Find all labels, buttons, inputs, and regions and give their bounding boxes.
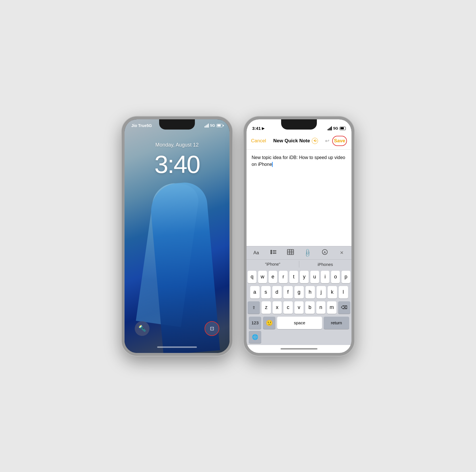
attach-icon: 📎 [303,248,313,258]
right-signal-type: 5G [333,126,338,130]
key-q[interactable]: q [248,271,256,283]
bar1 [205,126,205,128]
notes-screen: 3:41 ▶ 5G Cancel New Quick Note [247,119,351,353]
key-p[interactable]: p [342,271,350,283]
key-g[interactable]: g [294,286,304,299]
rbar2 [329,128,330,130]
close-keyboard-button[interactable]: ✕ [337,249,347,257]
key-globe[interactable]: 🌐 [249,331,261,343]
text-cursor [272,162,273,167]
key-w[interactable]: w [258,271,267,283]
key-emoji[interactable]: 🙂 [263,317,275,329]
right-battery [340,127,346,130]
key-b[interactable]: b [305,301,314,314]
key-v[interactable]: v [294,301,304,314]
rbar3 [330,127,331,130]
key-d[interactable]: d [272,286,282,299]
key-a[interactable]: a [250,286,260,299]
autocorrect-text-2: iPhones [318,262,333,267]
attach-button[interactable]: 📎 [302,249,313,257]
nav-title: New Quick Note ⟲ [273,138,318,144]
autocorrect-text-1: "iPhone" [265,262,280,266]
key-s[interactable]: s [261,286,271,299]
key-delete[interactable]: ⌫ [338,301,350,314]
lock-screen: Jio True5G 5G Monday, August 12 3:40 [125,119,229,353]
key-z[interactable]: z [262,301,271,314]
svg-point-0 [271,250,272,251]
keyboard-toolbar: Aa [247,246,351,259]
table-button[interactable] [285,249,296,257]
notes-status-bar: 3:41 ▶ 5G [247,119,351,134]
rbar1 [328,129,328,130]
shift-icon: ⇧ [252,305,256,310]
autocorrect-bar: "iPhone" iPhones [247,259,351,269]
notes-nav: Cancel New Quick Note ⟲ ↩ Save [247,134,351,150]
key-t[interactable]: t [289,271,298,283]
bar4 [208,124,209,128]
format-icon: Aa [253,250,259,255]
key-f[interactable]: f [283,286,293,299]
time-text: 3:41 [252,126,261,131]
autocorrect-item-2[interactable]: iPhones [299,261,352,268]
carrier-text: Jio True5G [131,123,152,128]
key-o[interactable]: o [331,271,340,283]
key-y[interactable]: y [300,271,309,283]
battery-icon [216,124,223,127]
bar2 [206,125,207,128]
flashlight-button[interactable]: 🔦 [135,321,149,336]
markup-button[interactable]: A [320,249,330,257]
signal-type: 5G [210,123,215,128]
keyboard-row-2: a s d f g h j k l [248,286,350,299]
flashlight-icon: 🔦 [138,325,146,332]
quick-note-button[interactable]: ⊡ [205,321,219,336]
bar3 [207,124,208,128]
lock-time: 3:40 [125,150,229,179]
save-button[interactable]: Save [332,136,347,146]
format-button[interactable]: Aa [251,249,261,257]
keyboard[interactable]: q w e r t y u i o p a s d f g h j k [247,269,351,345]
svg-point-2 [271,251,272,253]
share-icon[interactable]: ↩ [325,138,329,144]
key-h[interactable]: h [306,286,315,299]
battery-fill [217,124,221,126]
key-n[interactable]: n [316,301,325,314]
nav-title-text: New Quick Note [273,138,310,144]
svg-text:A: A [324,251,326,254]
key-m[interactable]: m [327,301,336,314]
key-x[interactable]: x [273,301,282,314]
note-line1: New topic idea for iDB: How to speed up … [252,155,345,160]
right-home-indicator [247,345,351,353]
emoji-icon: 🙂 [266,319,273,326]
key-shift[interactable]: ⇧ [248,301,260,314]
key-return[interactable]: return [324,317,349,329]
key-i[interactable]: i [321,271,330,283]
key-e[interactable]: e [269,271,277,283]
list-button[interactable] [268,249,278,257]
left-phone: Jio True5G 5G Monday, August 12 3:40 [122,117,232,356]
key-k[interactable]: k [328,286,337,299]
notes-content[interactable]: New topic idea for iDB: How to speed up … [247,150,351,246]
svg-point-4 [271,253,272,254]
table-icon [287,249,294,256]
key-l[interactable]: l [339,286,348,299]
svg-rect-6 [287,249,294,255]
keyboard-row-4: 123 🙂 space return [248,317,350,329]
nav-right-icons: ↩ Save [325,136,347,146]
right-signal-bars [328,126,332,130]
history-icon[interactable]: ⟲ [312,138,318,144]
autocorrect-item-1[interactable]: "iPhone" [247,261,299,268]
key-u[interactable]: u [310,271,319,283]
key-c[interactable]: c [283,301,292,314]
key-r[interactable]: r [279,271,288,283]
signal-bars [205,124,209,128]
lock-date: Monday, August 12 [125,142,229,148]
right-battery-fill [340,127,344,129]
globe-icon: 🌐 [252,334,258,340]
cancel-button[interactable]: Cancel [251,138,266,144]
markup-icon: A [322,249,328,257]
key-space[interactable]: space [277,317,322,329]
rbar4 [331,126,332,130]
key-num[interactable]: 123 [249,317,261,329]
key-j[interactable]: j [317,286,326,299]
keyboard-row-5: 🌐 [248,331,350,343]
